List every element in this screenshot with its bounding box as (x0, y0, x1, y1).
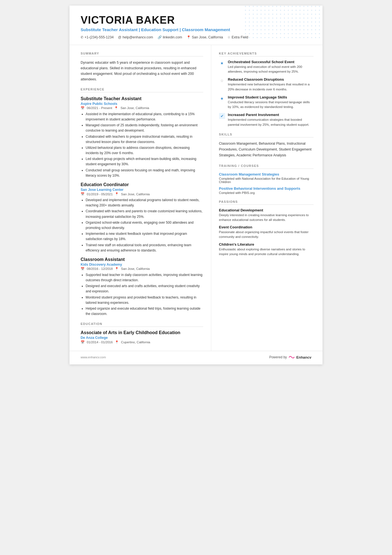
linkedin-contact: 🔗 linkedin.com (158, 35, 182, 39)
calendar-icon-edu: 📅 (81, 340, 85, 344)
star-filled-icon-3: ★ (219, 95, 225, 102)
passion-item-1: Educational Development Deeply intereste… (219, 208, 314, 223)
job-location-2: San Jose, California (121, 193, 150, 196)
left-column: SUMMARY Dynamic educator with 5 years of… (70, 45, 211, 351)
job-bullets-1: Assisted in the implementation of educat… (81, 112, 203, 178)
skills-text: Classroom Management, Behavioral Plans, … (219, 141, 314, 159)
achievement-title-4: Increased Parent Involvement (228, 113, 314, 117)
location-icon-1: 📍 (114, 106, 118, 110)
education-section-title: EDUCATION (81, 322, 203, 327)
edu-location-1: Cupertino, California (121, 341, 150, 344)
job-meta-1: 📅 06/2021 - Present 📍 San Jose, Californ… (81, 106, 203, 110)
achievement-content-3: Improved Student Language Skills Conduct… (228, 95, 314, 110)
achievement-title-1: Orchestrated Successful School Event (228, 60, 314, 64)
linkedin-icon: 🔗 (158, 35, 162, 39)
job-bullets-3: Supported lead teacher in daily classroo… (81, 272, 203, 317)
achievement-desc-1: Led planning and execution of school eve… (228, 65, 314, 74)
phone-contact: ✆ +1-(234)-555-1234 (81, 35, 114, 39)
extra-contact: ☆ Extra Field (227, 35, 248, 39)
linkedin-value: linkedin.com (163, 35, 182, 39)
calendar-icon-2: 📅 (81, 192, 85, 196)
phone-value: +1-(234)-555-1234 (85, 35, 114, 39)
achievement-title-3: Improved Student Language Skills (228, 95, 314, 99)
right-column: KEY ACHIEVEMENTS ★ Orchestrated Successf… (211, 45, 322, 266)
job-employer-3: Kids Discovery Academy (81, 263, 203, 267)
passion-title-2: Event Coordination (219, 225, 314, 229)
calendar-icon-3: 📅 (81, 267, 85, 271)
star-extra-icon: ☆ (227, 35, 230, 39)
check-icon-4: ✔ (219, 113, 225, 119)
job-date-2: 01/2019 - 05/2021 (87, 193, 113, 196)
bullet: Helped organize and execute educational … (86, 306, 203, 317)
bullet: Led student group projects which enhance… (86, 156, 203, 167)
bullet: Designed and executed arts and crafts ac… (86, 283, 203, 294)
location-icon-3: 📍 (115, 267, 119, 271)
achievement-3: ★ Improved Student Language Skills Condu… (219, 95, 314, 110)
enhancv-logo-icon (289, 355, 295, 359)
passion-desc-1: Deeply interested in creating innovative… (219, 213, 314, 223)
bullet: Implemented a new student feedback syste… (86, 231, 203, 242)
summary-section-title: SUMMARY (81, 52, 203, 56)
achievement-content-1: Orchestrated Successful School Event Led… (228, 60, 314, 74)
job-title-2: Education Coordinator (81, 182, 203, 187)
bullet: Coordinated with teachers and parents to… (86, 209, 203, 219)
email-icon: @ (118, 35, 121, 39)
location-icon: 📍 (187, 35, 191, 39)
bullet: Managed classroom of 25 students indepen… (86, 123, 203, 133)
brand-name: Enhancv (296, 355, 311, 359)
candidate-name: VICTORIA BAKER (81, 14, 311, 26)
candidate-title: Substitute Teacher Assistant | Education… (81, 27, 311, 32)
main-layout: SUMMARY Dynamic educator with 5 years of… (70, 45, 322, 351)
bullet: Organized school-wide cultural events, e… (86, 220, 203, 231)
footer: www.enhancv.com Powered by Enhancv (70, 351, 322, 363)
email-value: help@enhancv.com (123, 35, 153, 39)
job-date-1: 06/2021 - Present (87, 106, 112, 110)
passion-title-3: Children's Literature (219, 242, 314, 246)
passions-section-title: PASSIONS (219, 200, 314, 205)
achievements-section-title: KEY ACHIEVEMENTS (219, 52, 314, 56)
achievement-1: ★ Orchestrated Successful School Event L… (219, 60, 314, 74)
training-desc-2: Completed with PBIS.org (219, 191, 314, 194)
job-meta-3: 📅 08/2016 - 12/2018 📍 San Jose, Californ… (81, 267, 203, 271)
footer-brand: Powered by Enhancv (269, 355, 311, 359)
location-icon-edu: 📍 (115, 340, 119, 344)
achievement-desc-4: Implemented communication strategies tha… (228, 117, 314, 127)
location-icon-2: 📍 (115, 192, 119, 196)
passion-item-3: Children's Literature Enthusiastic about… (219, 242, 314, 257)
achievement-4: ✔ Increased Parent Involvement Implement… (219, 113, 314, 127)
achievement-desc-3: Conducted literacy sessions that improve… (228, 100, 314, 110)
footer-website: www.enhancv.com (81, 356, 106, 359)
bullet: Developed and implemented educational pr… (86, 198, 203, 208)
summary-text: Dynamic educator with 5 years of experie… (81, 60, 203, 82)
passion-desc-3: Enthusiastic about exploring diverse nar… (219, 247, 314, 257)
training-desc-1: Completed with National Association for … (219, 177, 314, 184)
achievement-content-2: Reduced Classroom Disruptions Implemente… (228, 77, 314, 92)
bullet: Collaborated with teachers to prepare in… (86, 134, 203, 145)
edu-school-1: De Anza College (81, 336, 203, 340)
header: VICTORIA BAKER Substitute Teacher Assist… (70, 6, 322, 45)
star-filled-icon-1: ★ (219, 60, 225, 66)
star-outline-icon-2: ☆ (219, 78, 225, 84)
experience-section-title: EXPERIENCE (81, 88, 203, 92)
job-employer-1: Aspire Public Schools (81, 102, 203, 106)
training-item-1: Classroom Management Strategies Complete… (219, 172, 314, 184)
achievement-title-2: Reduced Classroom Disruptions (228, 77, 314, 82)
achievement-2: ☆ Reduced Classroom Disruptions Implemen… (219, 77, 314, 92)
extra-value: Extra Field (232, 35, 248, 39)
phone-icon: ✆ (81, 35, 83, 39)
passion-item-2: Event Coordination Passionate about orga… (219, 225, 314, 240)
passion-desc-2: Passionate about organizing impactful sc… (219, 230, 314, 240)
bullet: Utilized behavioral plans to address cla… (86, 145, 203, 156)
bullet: Supported lead teacher in daily classroo… (86, 272, 203, 283)
job-entry-3: Classroom Assistant Kids Discovery Acade… (81, 257, 203, 317)
training-section-title: TRAINING / COURSES (219, 164, 314, 169)
training-item-2: Positive Behavioral Interventions and Su… (219, 186, 314, 194)
location-contact: 📍 San Jose, California (187, 35, 223, 39)
bullet: Assisted in the implementation of educat… (86, 112, 203, 122)
job-date-3: 08/2016 - 12/2018 (87, 267, 113, 270)
bullet: Trained new staff on educational tools a… (86, 243, 203, 253)
job-meta-2: 📅 01/2019 - 05/2021 📍 San Jose, Californ… (81, 192, 203, 196)
training-title-1: Classroom Management Strategies (219, 172, 314, 176)
training-title-2: Positive Behavioral Interventions and Su… (219, 186, 314, 191)
job-bullets-2: Developed and implemented educational pr… (81, 198, 203, 253)
